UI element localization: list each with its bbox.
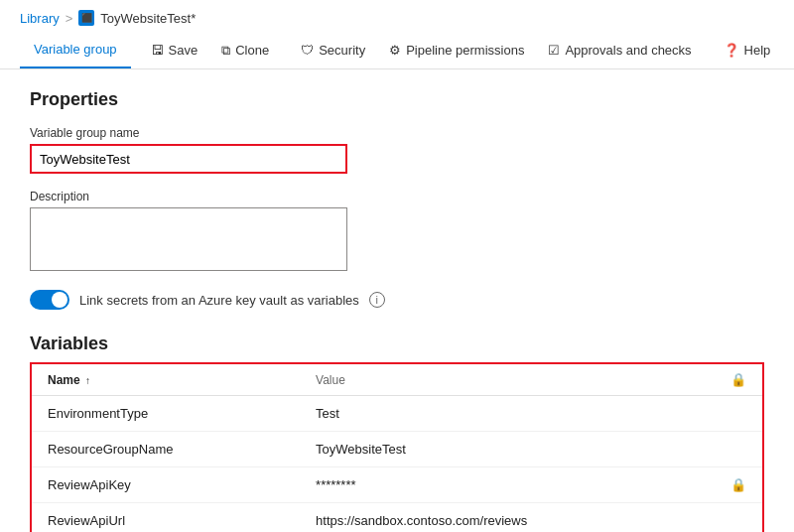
save-icon: 🖫 <box>151 43 164 58</box>
properties-title: Properties <box>30 89 764 110</box>
variable-value-cell: https://sandbox.contoso.com/reviews <box>300 503 715 533</box>
properties-section: Properties Variable group name Descripti… <box>30 89 764 310</box>
variable-lock-cell[interactable] <box>715 396 762 432</box>
breadcrumb-library-link[interactable]: Library <box>20 11 60 26</box>
security-icon: 🛡 <box>301 43 314 58</box>
toolbar: Variable group 🖫 Save ⧉ Clone 🛡 Security… <box>0 32 794 69</box>
help-button[interactable]: ❓ Help <box>712 35 783 66</box>
pipeline-icon: ⚙ <box>389 43 401 58</box>
clone-button[interactable]: ⧉ Clone <box>209 35 281 66</box>
variable-group-name-label: Variable group name <box>30 126 764 140</box>
approvals-label: Approvals and checks <box>565 43 691 58</box>
table-row: EnvironmentTypeTest <box>32 396 762 432</box>
clone-label: Clone <box>235 43 269 58</box>
help-label: Help <box>744 43 771 58</box>
table-header-row: Name ↑ Value 🔒 <box>32 364 762 396</box>
description-field: Description <box>30 190 764 274</box>
breadcrumb-separator: > <box>66 11 73 26</box>
toggle-label: Link secrets from an Azure key vault as … <box>79 293 359 308</box>
keyvault-toggle[interactable] <box>30 290 69 310</box>
variable-lock-cell[interactable] <box>715 503 762 533</box>
approvals-icon: ☑ <box>548 43 560 58</box>
breadcrumb-page-icon: ⬛ <box>78 10 94 26</box>
variable-value-cell: ******** <box>300 467 715 503</box>
save-label: Save <box>169 43 198 58</box>
variable-lock-cell[interactable]: 🔒 <box>715 467 762 503</box>
security-label: Security <box>319 43 365 58</box>
info-icon[interactable]: i <box>369 292 385 308</box>
col-value-header[interactable]: Value <box>300 364 715 396</box>
toggle-knob <box>52 292 67 308</box>
variable-value-cell: Test <box>300 396 715 432</box>
table-row: ResourceGroupNameToyWebsiteTest <box>32 432 762 467</box>
variables-section: Variables Name ↑ Value 🔒 <box>30 333 764 532</box>
description-input[interactable] <box>30 207 347 271</box>
col-lock-header: 🔒 <box>715 364 762 396</box>
approvals-button[interactable]: ☑ Approvals and checks <box>536 35 703 66</box>
col-value-label: Value <box>316 373 345 387</box>
variable-lock-cell[interactable] <box>715 432 762 467</box>
pipeline-label: Pipeline permissions <box>406 43 524 58</box>
table-row: ReviewApiKey********🔒 <box>32 467 762 503</box>
save-button[interactable]: 🖫 Save <box>139 35 210 66</box>
variable-group-tab-label: Variable group <box>34 42 117 57</box>
lock-header-icon: 🔒 <box>730 372 746 387</box>
variable-group-name-field: Variable group name <box>30 126 764 174</box>
sort-arrow-icon: ↑ <box>85 375 90 386</box>
description-label: Description <box>30 190 764 203</box>
variable-name-cell: ResourceGroupName <box>32 432 300 467</box>
col-name-header[interactable]: Name ↑ <box>32 364 300 396</box>
table-row: ReviewApiUrlhttps://sandbox.contoso.com/… <box>32 503 762 533</box>
breadcrumb-page-title: ToyWebsiteTest* <box>100 11 196 26</box>
variable-name-cell: EnvironmentType <box>32 396 300 432</box>
main-content: Properties Variable group name Descripti… <box>0 69 794 532</box>
variables-title: Variables <box>30 333 764 354</box>
clone-icon: ⧉ <box>221 43 230 59</box>
help-icon: ❓ <box>724 43 739 58</box>
tab-variable-group[interactable]: Variable group <box>20 32 131 68</box>
security-button[interactable]: 🛡 Security <box>289 35 377 66</box>
variable-value-cell: ToyWebsiteTest <box>300 432 715 467</box>
breadcrumb: Library > ⬛ ToyWebsiteTest* <box>0 0 794 32</box>
toggle-row: Link secrets from an Azure key vault as … <box>30 290 764 310</box>
pipeline-permissions-button[interactable]: ⚙ Pipeline permissions <box>377 35 536 66</box>
variable-group-name-input[interactable] <box>30 144 347 174</box>
variable-name-cell: ReviewApiKey <box>32 467 300 503</box>
col-name-label: Name <box>48 373 80 387</box>
variables-table-wrapper: Name ↑ Value 🔒 EnvironmentTypeTestResour… <box>30 362 764 532</box>
variables-table: Name ↑ Value 🔒 EnvironmentTypeTestResour… <box>32 364 762 532</box>
variable-name-cell: ReviewApiUrl <box>32 503 300 533</box>
